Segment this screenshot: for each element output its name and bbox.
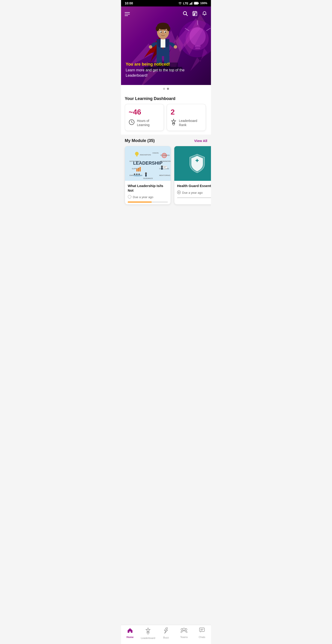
module-1-title: What Leadership Is/Is Not <box>128 184 168 192</box>
medal-icon <box>170 119 176 127</box>
svg-marker-94 <box>178 192 180 193</box>
main-content: Your Learning Dashboard ~46 Hours ofLear… <box>121 92 211 134</box>
hours-label: Hours ofLearning <box>137 119 150 127</box>
svg-rect-1 <box>190 3 191 4</box>
svg-point-40 <box>165 32 166 33</box>
svg-rect-47 <box>194 14 194 14</box>
rank-card: 2 LeaderboardRank <box>167 104 206 131</box>
hero-highlight-text: You are being noticed! <box>126 62 206 67</box>
svg-text:TEAMWORK: TEAMWORK <box>160 160 170 162</box>
hours-card: ~46 Hours ofLearning <box>125 104 164 131</box>
svg-rect-3 <box>192 2 193 4</box>
view-all-button[interactable]: View All <box>194 139 207 143</box>
health-card-image <box>174 146 211 181</box>
hero-banner: You are being noticed! Learn more and ge… <box>121 6 211 85</box>
dot-2[interactable] <box>167 88 169 90</box>
network-indicator: LTE <box>183 2 189 5</box>
signal-icon <box>189 2 193 4</box>
svg-rect-81 <box>163 166 167 168</box>
svg-rect-5 <box>198 3 199 4</box>
svg-point-74 <box>135 152 139 156</box>
svg-point-89 <box>138 174 140 175</box>
svg-point-39 <box>161 32 162 33</box>
svg-line-16 <box>206 28 210 31</box>
dashboard-title: Your Learning Dashboard <box>125 92 207 104</box>
svg-point-36 <box>167 26 170 31</box>
module-header: My Module (35) View All <box>121 134 211 146</box>
svg-point-30 <box>173 45 177 49</box>
svg-point-86 <box>133 175 142 177</box>
search-icon[interactable] <box>182 10 188 18</box>
shield-svg <box>188 153 206 174</box>
module-2-progress-bar <box>177 197 211 198</box>
svg-rect-14 <box>195 48 200 49</box>
calendar-icon[interactable] <box>192 10 198 18</box>
svg-text:INNOVATION: INNOVATION <box>140 154 151 156</box>
module-1-progress-fill <box>128 202 152 202</box>
dashboard-cards: ~46 Hours ofLearning 2 <box>125 104 207 134</box>
svg-text:MOTIVATION: MOTIVATION <box>130 160 141 162</box>
module-1-due-text: Due a year ago <box>133 195 153 199</box>
carousel-dots <box>121 85 211 92</box>
hamburger-menu[interactable] <box>125 12 130 16</box>
module-2-body: Health Guard Essentials Due a year ago <box>174 181 211 200</box>
hero-text: You are being noticed! Learn more and ge… <box>121 62 211 78</box>
module-1-progress-bar <box>128 202 168 202</box>
status-indicators: LTE 100% <box>178 2 207 5</box>
status-bar: 10:00 LTE 100% <box>121 0 211 6</box>
hours-card-bottom: Hours ofLearning <box>129 119 160 127</box>
rank-value: 2 <box>170 108 202 116</box>
svg-marker-52 <box>171 119 176 124</box>
bottom-spacer <box>121 209 211 228</box>
clock-icon <box>129 119 135 126</box>
svg-line-42 <box>186 14 188 16</box>
svg-rect-72 <box>138 168 139 172</box>
module-section: My Module (35) View All LEADERSHIP INNOV… <box>121 134 211 209</box>
svg-rect-13 <box>195 45 201 47</box>
svg-text:MENTORING: MENTORING <box>159 174 170 177</box>
svg-point-29 <box>149 45 153 49</box>
svg-point-90 <box>128 195 131 198</box>
svg-point-88 <box>136 174 138 175</box>
battery-text: 100% <box>200 2 207 5</box>
svg-point-35 <box>156 26 159 31</box>
module-card-1[interactable]: LEADERSHIP INNOVATION VISION PLANNING MO… <box>125 146 171 204</box>
module-title: My Module (35) <box>125 138 155 143</box>
svg-rect-6 <box>194 2 198 4</box>
svg-rect-48 <box>195 14 195 14</box>
module-cards: LEADERSHIP INNOVATION VISION PLANNING MO… <box>121 146 211 209</box>
svg-text:VISION: VISION <box>153 152 159 154</box>
module-1-body: What Leadership Is/Is Not Due a year ago <box>125 181 170 204</box>
svg-rect-2 <box>191 2 192 4</box>
svg-point-78 <box>164 155 165 156</box>
battery-icon <box>194 2 199 4</box>
module-1-due: Due a year ago <box>128 195 168 199</box>
svg-text:GUIDANCE: GUIDANCE <box>143 178 153 180</box>
svg-rect-49 <box>194 14 194 15</box>
leadership-card-image: LEADERSHIP INNOVATION VISION PLANNING MO… <box>125 146 170 181</box>
dot-1[interactable] <box>163 88 165 90</box>
hero-nav <box>121 9 211 20</box>
module-1-due-icon <box>128 195 131 199</box>
hours-value: ~46 <box>129 108 160 116</box>
module-2-due: Due a year ago <box>177 190 211 195</box>
svg-point-79 <box>161 166 163 168</box>
svg-rect-75 <box>136 156 138 156</box>
module-2-due-text: Due a year ago <box>182 191 203 194</box>
rank-label: LeaderboardRank <box>179 119 197 127</box>
svg-rect-73 <box>140 167 141 172</box>
notification-icon[interactable] <box>202 10 207 18</box>
svg-point-87 <box>134 174 135 175</box>
svg-rect-0 <box>189 4 190 4</box>
svg-rect-71 <box>137 169 138 172</box>
svg-rect-85 <box>145 174 147 177</box>
svg-point-84 <box>145 172 147 174</box>
module-card-2[interactable]: Health Guard Essentials Due a year ago <box>174 146 211 204</box>
module-2-title: Health Guard Essentials <box>177 184 211 188</box>
svg-rect-80 <box>161 168 163 170</box>
hero-sub-text: Learn more and get to the top of the Lea… <box>126 68 206 78</box>
svg-text:SUPPORT: SUPPORT <box>132 168 141 170</box>
time-display: 10:00 <box>125 2 133 5</box>
rank-card-bottom: LeaderboardRank <box>170 119 202 127</box>
svg-rect-24 <box>161 39 165 48</box>
